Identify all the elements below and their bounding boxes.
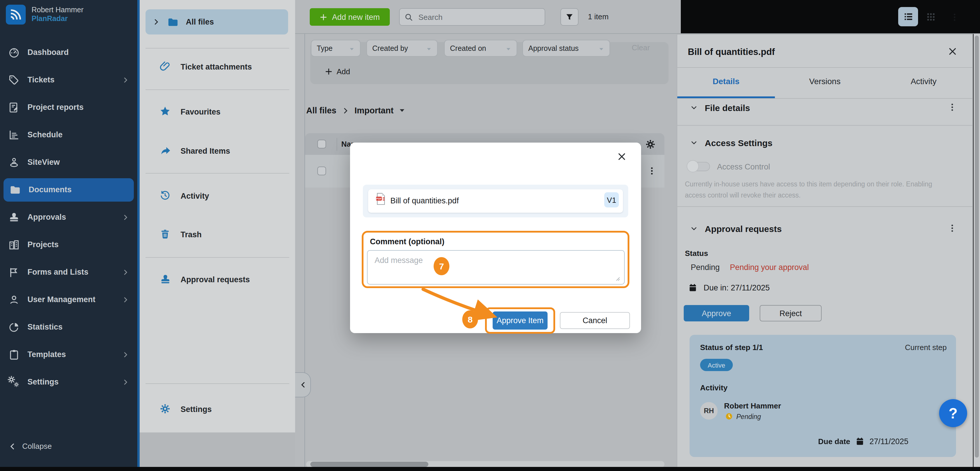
search-icon	[404, 13, 413, 21]
sidebar-item-schedule[interactable]: Schedule	[0, 121, 137, 148]
sidebar-item-siteview[interactable]: SiteView	[0, 148, 137, 176]
filenav-item-trash[interactable]: Trash	[140, 223, 295, 246]
clear-filters-button[interactable]: Clear	[632, 43, 650, 52]
more-options-button[interactable]	[948, 8, 961, 26]
current-step-label: Current step	[859, 343, 947, 352]
filenav-item-approval-requests[interactable]: Approval requests	[140, 267, 295, 291]
filenav-item-settings[interactable]: Settings	[140, 397, 295, 421]
filter-dropdown-created-on[interactable]: Created on	[444, 40, 517, 57]
sidebar-item-tickets[interactable]: Tickets	[0, 66, 137, 94]
filenav-item-shared-items[interactable]: Shared Items	[140, 139, 295, 162]
sidebar-item-project-reports[interactable]: Project reports	[0, 94, 137, 121]
sidebar-item-statistics[interactable]: Statistics	[0, 313, 137, 341]
divider	[677, 98, 973, 99]
caret-down-icon[interactable]	[399, 107, 406, 114]
approver-name: Robert Hammer	[724, 401, 781, 410]
activity-label: Activity	[700, 383, 727, 392]
tab-activity[interactable]: Activity	[874, 76, 973, 86]
sidebar-item-settings[interactable]: Settings	[0, 368, 137, 396]
sidebar-item-approvals[interactable]: Approvals	[0, 204, 137, 231]
section-file-details[interactable]: File details	[705, 103, 750, 113]
close-panel-icon[interactable]	[948, 47, 958, 57]
modal-close-icon[interactable]	[617, 152, 627, 161]
reject-button[interactable]: Reject	[760, 305, 822, 321]
add-filter-button[interactable]: Add	[325, 67, 350, 76]
filenav-item-all-files[interactable]: All files	[145, 10, 288, 35]
collapse-panel-tab[interactable]	[295, 372, 311, 397]
breadcrumb-all-files[interactable]: All files	[306, 106, 336, 115]
calendar-icon	[688, 283, 697, 292]
collapse-sidebar-button[interactable]: Collapse	[8, 442, 52, 450]
sidebar-item-documents[interactable]: Documents	[3, 178, 134, 201]
filter-dropdown-type[interactable]: Type	[311, 40, 361, 57]
schedule-icon	[8, 129, 20, 140]
plus-icon	[320, 13, 327, 21]
sidebar-item-forms-and-lists[interactable]: Forms and Lists	[0, 258, 137, 286]
chevron-right-icon	[342, 107, 349, 114]
filenav-item-activity[interactable]: Activity	[140, 184, 295, 207]
funnel-icon	[565, 13, 574, 21]
account-header[interactable]: Robert Hammer PlanRadar	[6, 5, 84, 25]
modal-cancel-button[interactable]: Cancel	[560, 312, 630, 329]
sidebar-item-user-management[interactable]: User Management	[0, 286, 137, 313]
filter-button[interactable]	[560, 8, 579, 26]
vertical-scrollbar-thumb[interactable]	[975, 36, 979, 458]
row-kebab-icon[interactable]	[648, 167, 656, 175]
status-value: Pending	[691, 263, 720, 272]
filenav-footer-area	[140, 433, 295, 467]
user-name: Robert Hammer	[32, 6, 84, 14]
filter-dropdown-approval-status[interactable]: Approval status	[522, 40, 610, 57]
chevron-down-icon[interactable]	[690, 225, 698, 232]
brand-name: PlanRadar	[32, 14, 84, 23]
search-input[interactable]	[417, 12, 540, 22]
section-approval-requests[interactable]: Approval requests	[705, 224, 782, 234]
add-new-item-button[interactable]: Add new item	[310, 8, 390, 26]
file-details-kebab-icon[interactable]	[948, 103, 957, 113]
sidebar-item-templates[interactable]: Templates	[0, 341, 137, 368]
status-note: Pending your approval	[730, 263, 809, 272]
comment-textarea[interactable]	[368, 251, 624, 284]
filenav-item-ticket-attachments[interactable]: Ticket attachments	[140, 55, 295, 78]
approve-button[interactable]: Approve	[684, 305, 749, 321]
section-access-settings[interactable]: Access Settings	[705, 138, 773, 148]
chevron-right-icon	[122, 351, 129, 358]
grid-view-toggle[interactable]	[922, 8, 940, 26]
horizontal-scrollbar-thumb[interactable]	[310, 461, 428, 467]
person-pin-icon	[8, 156, 20, 168]
table-settings-gear-icon[interactable]	[645, 139, 655, 150]
tab-versions[interactable]: Versions	[775, 76, 874, 86]
approval-requests-kebab-icon[interactable]	[948, 224, 957, 234]
content-left-border	[304, 34, 305, 467]
divider	[145, 173, 289, 173]
help-button[interactable]: ?	[939, 399, 967, 427]
panel-title: Bill of quantities.pdf	[688, 47, 775, 57]
planradar-logo	[6, 5, 26, 25]
chevron-down-icon[interactable]	[690, 104, 698, 111]
access-help-text: Currently in-house users have access to …	[685, 179, 949, 201]
divider	[145, 257, 289, 258]
row-checkbox[interactable]	[317, 167, 326, 175]
pending-clock-icon	[725, 412, 733, 420]
divider	[677, 206, 973, 207]
annotation-step-7: 7	[434, 257, 449, 275]
caret-down-icon	[349, 46, 355, 51]
textarea-resize-icon[interactable]	[614, 275, 620, 282]
breadcrumb-current-folder[interactable]: Important	[355, 106, 394, 115]
folder-icon	[167, 16, 179, 28]
divider	[677, 125, 973, 126]
due-date-row: Due in: 27/11/2025	[688, 283, 770, 292]
filter-dropdown-created-by[interactable]: Created by	[366, 40, 438, 57]
list-view-toggle[interactable]	[898, 7, 918, 26]
divider	[145, 48, 289, 48]
select-all-checkbox[interactable]	[317, 140, 326, 148]
star-icon	[159, 106, 171, 118]
share-icon	[159, 145, 171, 157]
sidebar-item-projects[interactable]: Projects	[0, 231, 137, 258]
chevron-right-icon[interactable]	[153, 18, 160, 26]
chevron-left-icon	[8, 442, 16, 450]
chevron-down-icon[interactable]	[690, 139, 698, 147]
sidebar-item-dashboard[interactable]: Dashboard	[0, 38, 137, 66]
tab-details[interactable]: Details	[677, 76, 775, 86]
filenav-item-favourites[interactable]: Favourites	[140, 100, 295, 123]
avatar: RH	[700, 402, 718, 420]
